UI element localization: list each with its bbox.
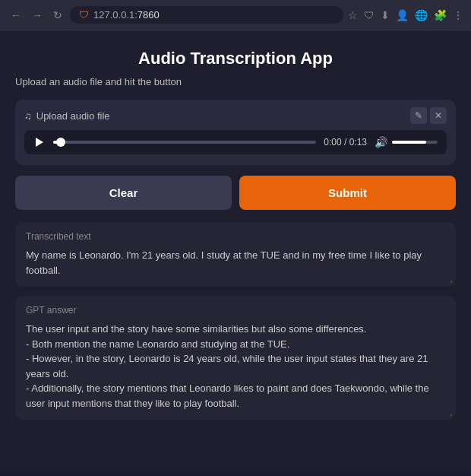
volume-fill (392, 141, 426, 144)
clear-button[interactable]: Clear (15, 176, 232, 210)
resize-handle[interactable]: ⌟ (449, 275, 453, 284)
remove-audio-button[interactable]: ✕ (430, 107, 447, 124)
submit-button[interactable]: Submit (239, 176, 456, 210)
audio-card: ♫ Upload audio file ✎ ✕ 0:00 / (15, 100, 456, 165)
progress-thumb (56, 138, 65, 147)
transcription-section: Transcribed text My name is Leonardo. I'… (15, 222, 456, 287)
gpt-label: GPT answer (26, 305, 445, 316)
menu-icon[interactable]: ⋮ (453, 9, 463, 21)
translate-icon[interactable]: 🌐 (415, 9, 428, 21)
progress-container (53, 141, 316, 144)
time-display: 0:00 / 0:13 (324, 137, 367, 148)
volume-section: 🔊 (375, 136, 438, 148)
forward-button[interactable]: → (29, 8, 46, 23)
gpt-content: The user input and the story have some s… (26, 322, 445, 411)
browser-chrome: ← → ↻ 🛡 127.0.0.1:7860 ☆ 🛡 ⬇ 👤 🌐 🧩 ⋮ (0, 0, 471, 30)
audio-file-label: ♫ Upload audio file (24, 110, 110, 122)
shield-icon: 🛡 (79, 9, 89, 21)
app-title: Audio Transcription App (15, 49, 456, 68)
transcription-content: My name is Leonardo. I'm 21 years old. I… (26, 248, 445, 278)
extension-icon-1[interactable]: 🛡 (364, 9, 375, 21)
url-display: 127.0.0.1:7860 (93, 9, 160, 21)
edit-audio-button[interactable]: ✎ (410, 107, 427, 124)
chrome-toolbar-icons: ☆ 🛡 ⬇ 👤 🌐 🧩 ⋮ (348, 9, 463, 21)
gpt-section: GPT answer The user input and the story … (15, 296, 456, 420)
extension-icon-2[interactable]: 🧩 (434, 9, 447, 21)
svg-marker-0 (36, 138, 43, 147)
profile-icon[interactable]: 👤 (396, 9, 409, 21)
app-subtitle: Upload an audio file and hit the button (15, 76, 456, 87)
action-buttons: Clear Submit (15, 176, 456, 210)
address-bar[interactable]: 🛡 127.0.0.1:7860 (70, 6, 343, 24)
play-button[interactable] (33, 136, 46, 148)
refresh-button[interactable]: ↻ (50, 8, 65, 23)
back-button[interactable]: ← (8, 8, 24, 23)
progress-bar[interactable] (53, 141, 316, 144)
audio-player: 0:00 / 0:13 🔊 (24, 130, 447, 154)
gpt-resize-handle[interactable]: ⌟ (449, 408, 453, 417)
volume-bar[interactable] (392, 141, 438, 144)
audio-file-header: ♫ Upload audio file ✎ ✕ (24, 107, 447, 124)
volume-icon: 🔊 (375, 136, 387, 148)
music-note-icon: ♫ (24, 110, 32, 122)
app-container: Audio Transcription App Upload an audio … (0, 30, 471, 471)
bookmark-icon[interactable]: ☆ (348, 9, 358, 21)
download-icon[interactable]: ⬇ (381, 9, 390, 21)
audio-file-actions: ✎ ✕ (410, 107, 447, 124)
transcription-label: Transcribed text (26, 231, 445, 242)
